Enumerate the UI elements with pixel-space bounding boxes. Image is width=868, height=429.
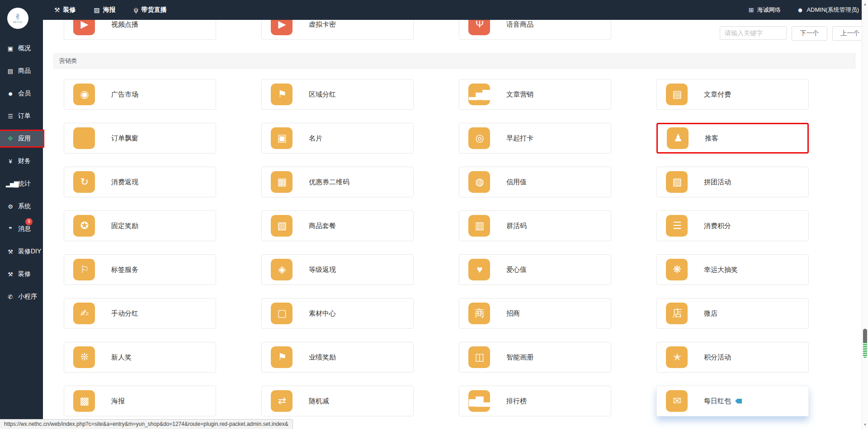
app-card[interactable]: ▢素材中心 [261,298,414,329]
app-card[interactable]: ▦优惠券二维码 [261,167,414,197]
sidebar-item-overview[interactable]: ▣概况 [0,41,43,56]
logo-mark-icon: ✌ [14,13,21,21]
topbar-item-live-commerce[interactable]: ψ带货直播 [134,6,167,14]
app-card[interactable]: ♥爱心值 [459,254,611,285]
sidebar-item-label: 小程序 [18,293,37,301]
app-card[interactable]: ▂▅▇文章营销 [459,79,611,110]
app-card[interactable]: ⚑业绩奖励 [261,342,414,373]
article-pay-icon: ▤ [666,84,688,105]
scrollbar-thumb-gray [863,329,867,342]
points-activity-icon: ✭ [666,346,688,368]
ranking-icon: ▅▇▃ [468,390,490,412]
sidebar-item-apps-active[interactable]: ❖应用 [0,131,43,146]
article-marketing-icon: ▂▅▇ [468,84,490,105]
search-input[interactable] [720,26,787,40]
admin-account-menu[interactable]: ☻ADMIN(系统管理员) [797,6,859,14]
app-card-label: 标签服务 [111,266,138,274]
sidebar-item-orders[interactable]: ☰订单 [0,108,43,124]
sidebar-item-members[interactable]: ☻会员 [0,86,43,101]
app-card-label: 名片 [309,134,322,143]
sidebar-item-system[interactable]: ⚙系统 [0,199,43,214]
app-card[interactable]: ⚐标签服务 [64,254,216,285]
sidebar-item-statistics[interactable]: ▂▅▇统计 [0,176,43,191]
vertical-scrollbar[interactable]: ▲ ▼ [862,0,868,429]
performance-reward-icon: ⚑ [271,346,292,368]
app-card-label: 新人奖 [111,353,132,362]
groupbuy-activity-icon: ▨ [666,171,688,193]
app-card-label: 每日红包 [704,397,731,406]
app-card[interactable]: ◎早起打卡 [459,123,611,154]
page: ▶ 视频点播 ▶ 虚拟卡密 Ψ 语音商品 下一个 上一个 营销类 ◉广告市场 ⚑… [0,0,868,429]
business-card-icon: ▣ [271,127,292,149]
sidebar-item-decorate[interactable]: ⚒装修 [0,266,43,282]
app-card[interactable]: ▧商品套餐 [261,210,414,241]
scroll-down-icon[interactable]: ▼ [862,423,868,427]
app-card[interactable]: 商招商 [459,298,611,329]
app-card-label: 海报 [111,397,125,406]
app-card-label: 虚拟卡密 [309,20,336,29]
material-center-icon: ▢ [271,303,292,324]
app-card[interactable]: ◍信用值 [459,167,611,197]
random-discount-icon: ⇄ [271,390,292,412]
app-card[interactable]: 订单飘窗 [64,123,216,154]
app-card-label: 信用值 [506,178,527,187]
app-card-label: 素材中心 [309,309,336,318]
app-card[interactable]: ✪固定奖励 [64,210,216,241]
app-card[interactable]: ▥群活码 [459,210,611,241]
app-card[interactable]: ◉广告市场 [64,79,216,110]
app-card-label: 消费积分 [704,222,731,230]
next-button[interactable]: 下一个 [792,26,827,41]
sidebar-item-messages[interactable]: ❞消息9 [0,221,43,237]
sidebar-item-finance[interactable]: ¥财务 [0,154,43,169]
box-icon: ▤ [6,68,14,75]
micro-store-icon: 店 [666,303,688,324]
consume-points-icon: ☰ [666,215,688,237]
app-card-label: 随机减 [309,397,329,406]
smart-album-icon: ◫ [468,346,490,368]
app-card[interactable]: ☰消费积分 [656,210,809,241]
image-icon: ▨ [94,6,100,14]
app-card[interactable]: ◫智能画册 [459,342,611,373]
app-card[interactable]: 店微店 [656,298,809,329]
app-card-daily-red-packet[interactable]: ✉ 每日红包 [656,386,809,416]
scrollbar-thumb[interactable] [863,329,867,358]
red-packet-icon: ✉ [666,390,688,412]
app-card[interactable]: ▩海报 [64,386,216,416]
app-card[interactable]: ▤文章付费 [656,79,809,110]
app-card[interactable]: ▅▇▃排行榜 [459,386,611,416]
topbar-item-label: 装修 [63,6,76,14]
sidebar-item-label: 会员 [18,89,31,98]
sidebar-item-goods[interactable]: ▤商品 [0,63,43,79]
app-card-label: 招商 [506,309,520,318]
sidebar-item-miniprogram[interactable]: ✆小程序 [0,289,43,304]
app-card[interactable]: ◈等级返现 [261,254,414,285]
app-card[interactable]: ⇄随机减 [261,386,414,416]
app-card[interactable]: ✍手动分红 [64,298,216,329]
app-card-label: 文章营销 [506,90,533,99]
network-menu[interactable]: ⊞海诚网络 [749,6,781,14]
topbar-item-poster[interactable]: ▨海报 [94,6,116,14]
app-card[interactable]: ▨拼团活动 [656,167,809,197]
brand-logo[interactable]: ✌ NETHC [7,8,28,29]
app-card[interactable]: ❊新人奖 [64,342,216,373]
sidebar-item-label: 财务 [18,157,31,165]
poster-icon: ▩ [73,390,95,412]
app-card[interactable]: ▣名片 [261,123,414,154]
scroll-up-icon[interactable]: ▲ [862,2,868,6]
app-card[interactable]: ✭积分活动 [656,342,809,373]
sidebar-item-label: 装修DIY [18,247,41,256]
app-card-label: 智能画册 [506,353,533,362]
apps-grid-icon: ⊞ [749,6,754,14]
coupon-qrcode-icon: ▦ [271,171,292,193]
app-card[interactable]: ⚑区域分红 [261,79,414,110]
topbar-item-label: 海报 [103,6,116,14]
app-card-label: 微店 [704,309,717,318]
marketing-app-grid: ◉广告市场 ⚑区域分红 ▂▅▇文章营销 ▤文章付费 订单飘窗 ▣名片 ◎早起打卡… [64,79,809,416]
app-card[interactable]: ↻消费返现 [64,167,216,197]
app-card[interactable]: ❋幸运大抽奖 [656,254,809,285]
fixed-reward-icon: ✪ [73,215,95,237]
topbar-item-decorate[interactable]: ⚒装修 [54,6,76,14]
app-card-promoter-highlighted[interactable]: ♟推客 [656,123,809,154]
sidebar-item-decorate-diy[interactable]: ⚒装修DIY [0,244,43,259]
app-card-label: 积分活动 [704,353,731,362]
